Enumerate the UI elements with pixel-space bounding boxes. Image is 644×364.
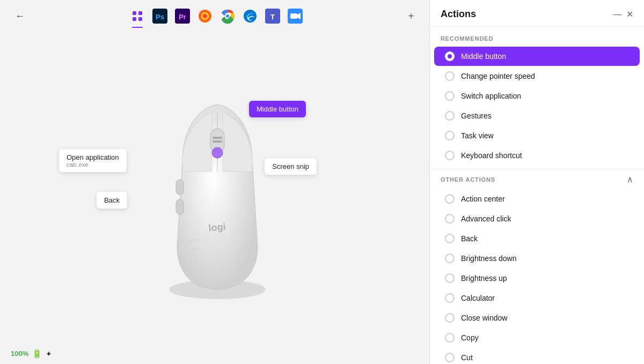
action-item-brightness-up[interactable]: Brightness up bbox=[434, 269, 640, 288]
app-icon-logitech[interactable] bbox=[128, 6, 147, 26]
svg-rect-23 bbox=[213, 137, 222, 139]
recommended-section-label: RECOMMENDED bbox=[430, 33, 644, 46]
other-actions-label: OTHER ACTIONS bbox=[441, 176, 495, 183]
action-label-cut: Cut bbox=[461, 353, 473, 362]
app-icon-chrome[interactable] bbox=[218, 6, 237, 26]
panel-title: Actions bbox=[441, 9, 476, 20]
minimize-button[interactable]: — bbox=[613, 10, 622, 19]
radio-change-pointer-speed bbox=[445, 71, 455, 81]
action-item-back[interactable]: Back bbox=[434, 229, 640, 248]
radio-back bbox=[445, 234, 455, 243]
radio-calculator bbox=[445, 293, 455, 303]
svg-text:T: T bbox=[270, 13, 275, 21]
action-label-task-view: Task view bbox=[461, 131, 494, 140]
action-item-calculator[interactable]: Calculator bbox=[434, 288, 640, 308]
svg-point-10 bbox=[203, 14, 207, 18]
tooltip-screen-snip: Screen snip bbox=[265, 158, 317, 175]
app-icons-bar: Ps Pr bbox=[128, 6, 305, 26]
svg-rect-24 bbox=[213, 140, 222, 143]
svg-rect-18 bbox=[290, 13, 297, 19]
action-label-brightness-down: Brightness down bbox=[461, 254, 517, 263]
action-item-copy[interactable]: Copy bbox=[434, 328, 640, 347]
action-item-brightness-down[interactable]: Brightness down bbox=[434, 249, 640, 268]
add-app-button[interactable]: + bbox=[404, 9, 419, 24]
svg-text:Pr: Pr bbox=[179, 13, 186, 21]
svg-text:Ps: Ps bbox=[156, 13, 164, 21]
svg-rect-27 bbox=[176, 199, 184, 214]
action-item-middle-button[interactable]: Middle button bbox=[434, 47, 640, 66]
action-item-switch-application[interactable]: Switch application bbox=[434, 86, 640, 106]
svg-rect-0 bbox=[133, 11, 136, 15]
radio-task-view bbox=[445, 131, 455, 140]
action-label-gestures: Gestures bbox=[461, 112, 492, 120]
actions-panel: Actions — ✕ RECOMMENDED Middle button Ch… bbox=[429, 0, 644, 364]
app-icon-photoshop[interactable]: Ps bbox=[150, 6, 170, 26]
app-icon-edge[interactable] bbox=[240, 6, 260, 26]
action-item-task-view[interactable]: Task view bbox=[434, 126, 640, 145]
other-actions-section-header: OTHER ACTIONS ∧ bbox=[430, 172, 644, 189]
radio-cut bbox=[445, 353, 455, 362]
action-label-copy: Copy bbox=[461, 333, 479, 342]
action-item-advanced-click[interactable]: Advanced click bbox=[434, 209, 640, 228]
action-label-calculator: Calculator bbox=[461, 294, 495, 302]
battery-icon: 🔋 bbox=[32, 348, 42, 359]
tooltip-middle-button: Middle button bbox=[249, 101, 306, 117]
collapse-other-actions-button[interactable]: ∧ bbox=[627, 174, 633, 184]
status-bar: 100% 🔋 ✦ bbox=[0, 343, 429, 364]
panel-header: Actions — ✕ bbox=[430, 0, 644, 27]
action-item-change-pointer-speed[interactable]: Change pointer speed bbox=[434, 66, 640, 86]
top-bar: ← Ps Pr bbox=[0, 0, 429, 32]
action-label-middle-button: Middle button bbox=[461, 52, 506, 61]
radio-switch-application bbox=[445, 91, 455, 101]
radio-copy bbox=[445, 333, 455, 343]
action-label-back: Back bbox=[461, 234, 478, 243]
svg-rect-2 bbox=[133, 17, 136, 21]
svg-text:logi: logi bbox=[208, 221, 226, 234]
action-label-action-center: Action center bbox=[461, 195, 505, 203]
app-icon-firefox[interactable] bbox=[195, 6, 215, 26]
radio-action-center bbox=[445, 194, 455, 204]
action-label-change-pointer-speed: Change pointer speed bbox=[461, 72, 535, 80]
left-panel: ← Ps Pr bbox=[0, 0, 429, 364]
svg-rect-1 bbox=[138, 11, 142, 15]
action-item-keyboard-shortcut[interactable]: Keyboard shortcut bbox=[434, 146, 640, 165]
tooltip-back: Back bbox=[97, 192, 127, 209]
svg-rect-3 bbox=[138, 17, 142, 21]
close-button[interactable]: ✕ bbox=[626, 9, 633, 19]
action-label-switch-application: Switch application bbox=[461, 92, 521, 100]
radio-brightness-up bbox=[445, 273, 455, 283]
svg-point-13 bbox=[226, 14, 229, 18]
battery-percentage: 100% bbox=[11, 350, 28, 358]
app-icon-premiere[interactable]: Pr bbox=[173, 6, 192, 26]
action-item-action-center[interactable]: Action center bbox=[434, 189, 640, 209]
svg-rect-26 bbox=[176, 180, 184, 195]
section-divider bbox=[430, 168, 644, 169]
actions-list: RECOMMENDED Middle button Change pointer… bbox=[430, 27, 644, 364]
action-item-close-window[interactable]: Close window bbox=[434, 308, 640, 328]
action-label-advanced-click: Advanced click bbox=[461, 214, 511, 223]
mouse-area: logi Middle button Screen snip Open appl… bbox=[0, 32, 429, 343]
radio-gestures bbox=[445, 111, 455, 121]
action-label-close-window: Close window bbox=[461, 314, 507, 322]
radio-keyboard-shortcut bbox=[445, 151, 455, 160]
radio-brightness-down bbox=[445, 254, 455, 263]
bluetooth-icon: ✦ bbox=[46, 350, 52, 358]
app-icon-teams[interactable]: T bbox=[263, 6, 282, 26]
radio-middle-button bbox=[445, 51, 455, 61]
action-item-gestures[interactable]: Gestures bbox=[434, 106, 640, 125]
action-label-keyboard-shortcut: Keyboard shortcut bbox=[461, 151, 522, 160]
tooltip-open-application: Open application calc.exe bbox=[59, 149, 127, 172]
action-label-brightness-up: Brightness up bbox=[461, 274, 507, 283]
mouse-image-container: logi Middle button Screen snip Open appl… bbox=[129, 75, 301, 300]
radio-advanced-click bbox=[445, 214, 455, 224]
radio-close-window bbox=[445, 313, 455, 323]
action-item-cut[interactable]: Cut bbox=[434, 348, 640, 364]
app-icon-zoom[interactable] bbox=[286, 6, 305, 26]
svg-point-25 bbox=[212, 147, 223, 158]
back-button[interactable]: ← bbox=[11, 9, 29, 24]
panel-window-controls: — ✕ bbox=[613, 9, 633, 19]
